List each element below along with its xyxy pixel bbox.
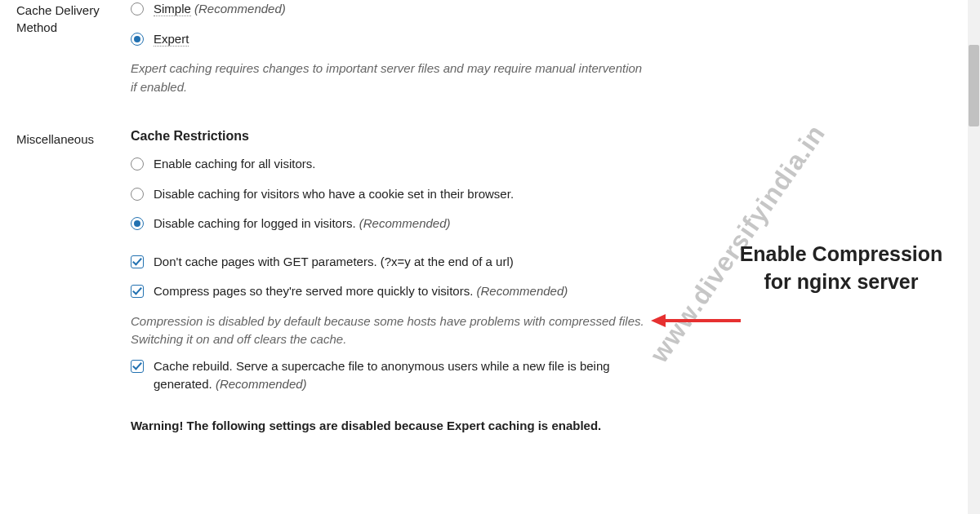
section-cache-delivery-label: Cache Delivery Method	[16, 0, 131, 104]
checkbox-rebuild[interactable]	[131, 360, 144, 373]
cache-restrictions-heading: Cache Restrictions	[131, 129, 645, 144]
radio-cookie-label: Disable caching for visitors who have a …	[154, 185, 514, 204]
svg-marker-1	[651, 314, 666, 327]
checkbox-compress-label: Compress pages so they're served more qu…	[154, 284, 473, 298]
expert-desc: Expert caching requires changes to impor…	[131, 60, 645, 96]
checkbox-get-params-label: Don't cache pages with GET parameters. (…	[154, 253, 514, 272]
radio-logged-in-label: Disable caching for logged in visitors.	[154, 216, 356, 230]
radio-cookie[interactable]	[131, 188, 144, 201]
radio-simple-rec: (Recommended)	[194, 2, 286, 16]
scrollbar-track[interactable]	[968, 0, 980, 514]
radio-logged-in-rec: (Recommended)	[359, 216, 451, 230]
radio-simple[interactable]	[131, 2, 144, 16]
radio-all-visitors[interactable]	[131, 157, 144, 171]
radio-all-visitors-label: Enable caching for all visitors.	[154, 155, 315, 174]
arrow-icon	[651, 312, 741, 329]
radio-simple-label: Simple	[154, 2, 191, 16]
warning-text: Warning! The following settings are disa…	[131, 417, 645, 436]
radio-expert[interactable]	[131, 33, 144, 46]
radio-logged-in[interactable]	[131, 217, 144, 230]
checkbox-compress[interactable]	[131, 285, 144, 298]
section-misc-label: Miscellaneous	[16, 129, 131, 435]
checkbox-compress-rec: (Recommended)	[477, 284, 568, 298]
checkbox-rebuild-rec: (Recommended)	[216, 377, 307, 391]
annotation-text: Enable Compression for nginx server	[735, 241, 947, 296]
radio-expert-label: Expert	[154, 32, 189, 47]
checkbox-get-params[interactable]	[131, 255, 144, 268]
compress-desc: Compression is disabled by default becau…	[131, 312, 645, 349]
scrollbar-thumb[interactable]	[969, 45, 979, 126]
